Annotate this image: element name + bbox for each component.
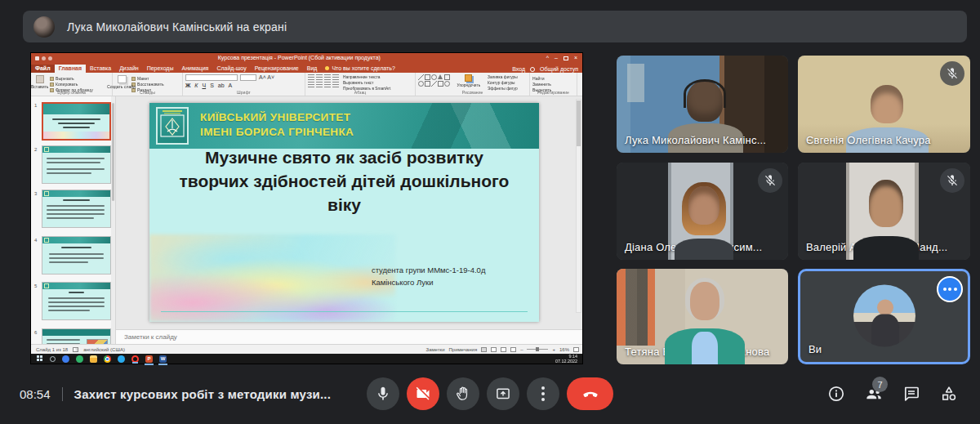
zoom-in-button[interactable]: + [552,347,555,352]
activities-icon[interactable] [939,384,959,404]
shape-outline-button[interactable]: Контур фигуры [488,81,518,85]
more-options-icon[interactable] [937,276,963,302]
slide-thumbnail-panel[interactable]: 1 2 3 [31,96,116,344]
slide-thumbnail-4[interactable] [42,236,111,274]
taskbar-app-telegram[interactable] [118,355,125,363]
tab-insert[interactable]: Вставка [86,65,115,73]
meeting-details-icon[interactable] [826,384,846,404]
user-icon [530,67,535,72]
comments-toggle[interactable]: Примечания [448,347,477,352]
fit-to-window-icon[interactable] [573,347,579,352]
tab-design[interactable]: Дизайн [115,65,143,73]
taskbar-clock[interactable]: 9:14 07.12.2022 [555,355,577,364]
taskbar-app-word[interactable]: W [159,355,167,363]
layout-button[interactable]: Макет [131,76,168,81]
slide-counter: Слайд 1 из 18 [36,347,68,352]
slideshow-view-icon[interactable] [510,347,516,352]
participant-tile-luka[interactable]: Лука Миколайович Камінс... [617,56,788,153]
grow-shrink-font-icons[interactable]: A˄ A˅ [259,74,274,81]
zoom-slider[interactable] [527,349,548,350]
participant-tile-valerii[interactable]: Валерій Андрійович Манд... [798,163,970,260]
paste-icon [36,75,44,83]
font-size-input[interactable] [240,74,256,81]
mic-off-icon [940,61,964,86]
more-options-button[interactable] [527,377,559,410]
slide-thumbnail-1[interactable] [42,102,111,141]
reset-button[interactable]: Восстановить [131,82,168,87]
sign-in-button[interactable]: Вход [512,66,525,72]
taskbar-app-edge[interactable] [62,355,69,363]
replace-button[interactable]: Заменить [532,82,568,86]
share-button[interactable]: Общий доступ [540,66,578,72]
participant-tile-self[interactable]: Ви [798,269,970,364]
new-slide-button[interactable]: Создать слайд [115,74,128,89]
shape-fill-button[interactable]: Заливка фигуры [488,75,518,79]
sorter-view-icon[interactable] [491,347,497,352]
tab-review[interactable]: Рецензирование [251,65,303,73]
chat-icon[interactable] [902,384,921,404]
tell-me-box[interactable]: Что вы хотите сделать? [321,65,399,73]
tab-slideshow[interactable]: Слайд-шоу [212,65,250,73]
font-name-input[interactable] [185,74,238,81]
zoom-out-button[interactable]: – [520,347,523,352]
ppt-window-controls[interactable]: ^–× [546,53,577,63]
notes-toggle[interactable]: Заметки [426,347,445,352]
normal-view-icon[interactable] [481,347,487,352]
taskbar-app-powerpoint[interactable]: P [145,355,153,363]
notes-pane[interactable]: Заметки к слайду [116,329,582,344]
slide-scrollbar[interactable] [576,99,581,313]
participant-tile-yevheniia[interactable]: Євгенія Олегівна Качура [798,56,970,153]
slide-thumbnail-5[interactable] [42,282,111,320]
slide-thumbnail-6[interactable] [42,328,111,344]
tab-file[interactable]: Файл [31,65,55,73]
presenting-banner: Лука Миколайович Камінський на екрані [23,11,967,42]
taskbar-app-explorer[interactable] [90,355,97,363]
end-call-button[interactable] [567,377,613,410]
ppt-ribbon-tabs: Файл Главная Вставка Дизайн Переходы Ани… [31,63,582,73]
tab-transitions[interactable]: Переходы [143,65,178,73]
shapes-gallery[interactable] [418,74,450,89]
align-text-button[interactable]: Выровнять текст [343,81,390,85]
spellcheck-icon[interactable] [73,347,78,352]
find-button[interactable]: Найти [532,76,568,80]
text-direction-button[interactable]: Направление текста [343,75,390,79]
participant-tile-tetiana[interactable]: Тетяна Вадимівна Романова [617,269,788,364]
ribbon-group-drawing: Упорядочить Заливка фигуры Контур фигуры… [416,73,530,96]
zoom-level[interactable]: 16% [559,347,569,352]
close-icon: × [574,53,577,63]
camera-off-button[interactable] [407,377,439,410]
copy-button[interactable]: Копировать [50,82,100,87]
start-button[interactable] [37,355,43,362]
highlight-icon: ab [218,83,225,89]
screen-share-powerpoint: Курсова презентація - PowerPoint (Сбой а… [31,53,582,364]
windows-taskbar: P W 9:14 07.12.2022 [31,354,582,364]
alignment-buttons[interactable] [308,74,339,89]
tab-animations[interactable]: Анимация [178,65,213,73]
taskbar-app-chrome[interactable] [104,355,111,363]
font-style-buttons[interactable]: Ж К Ч S ab A [185,83,302,89]
slide-editor-area: КИЇВСЬКИЙ УНІВЕРСИТЕТ ІМЕНІ БОРИСА ГРІНЧ… [116,96,582,344]
microphone-button[interactable] [367,377,399,410]
thumbnail-scrollbar[interactable] [111,96,115,344]
raise-hand-button[interactable] [447,377,479,410]
slide-thumbnail-2[interactable] [42,145,111,184]
thumb-number: 2 [34,147,37,152]
language-status[interactable]: английский (США) [83,347,125,352]
taskbar-app-whatsapp[interactable] [76,355,83,363]
tab-view[interactable]: Вид [303,65,322,73]
university-name: КИЇВСЬКИЙ УНІВЕРСИТЕТ ІМЕНІ БОРИСА ГРІНЧ… [200,110,354,140]
reading-view-icon[interactable] [501,347,506,352]
participant-tile-diana[interactable]: Діана Олексіївна Максим... [617,163,788,260]
tab-home[interactable]: Главная [55,65,86,73]
present-screen-button[interactable] [487,377,519,410]
taskbar-search-icon[interactable] [50,356,56,362]
ppt-quick-access-toolbar[interactable] [35,56,52,60]
paste-button[interactable]: Вставить [33,74,47,89]
participants-icon[interactable]: 7 [864,384,884,404]
taskbar-app-opera[interactable] [131,355,139,363]
arrange-button[interactable]: Упорядочить [454,74,483,89]
panel-buttons: 7 [826,384,959,404]
slide-thumbnail-3[interactable] [42,190,111,228]
cut-button[interactable]: Вырезать [50,76,100,81]
current-slide[interactable]: КИЇВСЬКИЙ УНІВЕРСИТЕТ ІМЕНІ БОРИСА ГРІНЧ… [149,103,539,322]
